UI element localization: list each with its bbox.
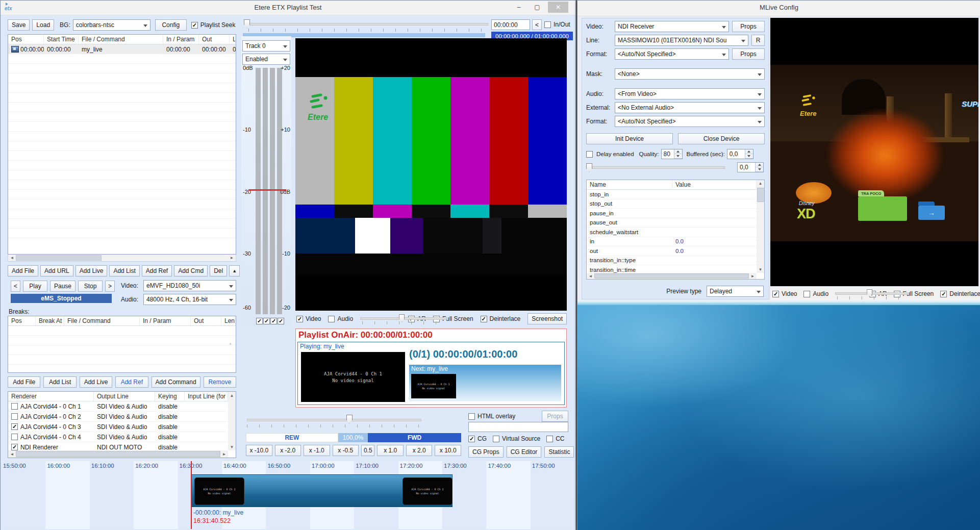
renderer-hscrollbar[interactable]: ◄ ► [8,450,228,458]
form-dropdown-5[interactable]: <No External Audio> [615,102,765,113]
speed-button-0.5[interactable]: x -0.5 [333,445,359,456]
grid-row[interactable]: stop_out [587,199,757,209]
html-props-button[interactable]: Props [542,411,568,422]
maximize-icon[interactable]: ▢ [530,2,545,13]
renderer-checkbox[interactable]: ✓ [11,444,18,450]
scroll-right-icon[interactable]: › [227,316,234,372]
timeline-clip-bar[interactable]: AJA Corvid44 - 0 Ch 1 No video signal AJ… [191,474,453,507]
grid-row[interactable]: stop_in [587,190,757,199]
renderer-row[interactable]: ✓AJA Corvid44 - 0 Ch 3SDI Video & Audiod… [8,422,228,432]
breaks-table[interactable]: PosBreak AtFile / CommandIn / ParamOutLe… [8,316,236,373]
seek-slider-thumb[interactable] [244,19,250,28]
video-preview[interactable]: Etere [295,38,567,311]
preview-video-checkbox[interactable]: ✓ [772,291,779,297]
audio-checkbox[interactable] [328,316,335,322]
renderer-checkbox[interactable]: ✓ [11,423,18,430]
renderer-row[interactable]: ✓NDI RendererNDI OUT MOTOdisable [8,442,228,450]
init-device-button[interactable]: Init Device [586,133,673,144]
enabled-dropdown[interactable]: Enabled [242,54,290,65]
video-checkbox[interactable]: ✓ [296,316,303,322]
breaks-button-add-ref[interactable]: Add Ref [115,376,148,388]
breaks-button-add-list[interactable]: Add List [43,376,76,388]
breaks-button-add-command[interactable]: Add Command [152,376,200,388]
playlist-cell-0[interactable]: 00:00:00 [8,44,44,54]
video-format-dropdown[interactable]: eMVF_HD1080_50i [143,280,236,291]
stop-button[interactable]: Stop [78,281,103,292]
scroll-down-icon[interactable]: ▼ [228,443,236,450]
form-dropdown-1[interactable]: MASSIMOW10 (01ETX0016N) NDI Sou [615,35,748,46]
scroll-left-icon[interactable]: ◄ [587,273,594,279]
speed-button-1.0[interactable]: x -1.0 [304,445,330,456]
close-device-button[interactable]: Close Device [678,133,765,144]
playlist-cell-2[interactable]: my_live [79,44,163,54]
deinterlace-checkbox[interactable]: ✓ [481,316,487,322]
form-dropdown-3[interactable]: <None> [615,68,765,80]
playlist-button-add-ref[interactable]: Add Ref [142,265,172,276]
delay-stepper[interactable]: 0,0 [737,162,764,172]
playlist-cell-3[interactable]: 00:00:00 [163,44,199,54]
channel-1-checkbox[interactable]: ✓ [256,318,263,324]
properties-grid[interactable]: NameValue stop_instop_outpause_inpause_o… [586,180,765,280]
delay-slider-track[interactable] [587,166,725,169]
speed-button-10.0[interactable]: x -10.0 [246,445,272,456]
load-button[interactable]: Load [32,19,54,31]
breaks-button-remove[interactable]: Remove [204,376,236,388]
row-up-button[interactable]: ▲ [229,265,240,276]
renderer-row[interactable]: AJA Corvid44 - 0 Ch 4SDI Video & Audiodi… [8,432,228,442]
next-button[interactable]: > [105,281,115,292]
track-dropdown[interactable]: Track 0 [242,40,290,52]
scroll-down-icon[interactable]: ▼ [757,266,764,273]
scroll-up-icon[interactable]: ▲ [228,392,236,399]
quality-stepper[interactable]: 80 [661,149,683,159]
cg-editor-button[interactable]: CG Editor [507,446,542,458]
scroll-thumb[interactable] [757,188,765,202]
playlist-cell-5[interactable]: 01:0 [230,44,236,54]
inout-checkbox[interactable] [544,21,551,28]
playlist-button-add-live[interactable]: Add Live [76,265,108,276]
renderer-checkbox[interactable] [11,434,18,440]
time-input[interactable] [491,19,530,30]
form-extra-button-1[interactable]: R [751,35,765,46]
playlist-table[interactable]: PosStart TimeFile / CommandIn / ParamOut… [8,34,236,255]
cg-text-input[interactable] [468,422,568,432]
playlist-row[interactable]: 00:00:0000:00:00my_live00:00:0000:00:000… [8,44,236,54]
form-extra-button-0[interactable]: Props [732,21,765,32]
scroll-thumb[interactable] [16,255,102,260]
playlist-cell-1[interactable]: 00:00:00 [44,44,79,54]
grid-row[interactable]: in0.0 [587,237,757,247]
preview-deinterlace-checkbox[interactable]: ✓ [940,291,947,297]
html-overlay-checkbox[interactable] [468,413,475,420]
grid-row[interactable]: schedule_waitstart [587,228,757,237]
screenshot-button[interactable]: Screenshot [527,313,567,324]
play-button[interactable]: Play [23,281,47,292]
playlist-button-add-file[interactable]: Add File [8,265,38,276]
rw-titlebar[interactable]: MLive Config [577,1,980,16]
grid-row[interactable]: pause_in [587,209,757,218]
scroll-right-icon[interactable]: ► [228,255,236,261]
cg-props-button[interactable]: CG Props [468,446,504,458]
delay-slider-thumb[interactable] [586,163,592,172]
form-dropdown-4[interactable]: <From Video> [615,88,765,99]
form-dropdown-0[interactable]: NDI Receiver [615,21,729,32]
scroll-right-icon[interactable]: ► [220,450,228,458]
playlist-seek-checkbox[interactable]: ✓ [191,22,198,29]
buffered-stepper[interactable]: 0,0 [727,149,753,159]
renderer-checkbox[interactable] [11,413,18,420]
form-dropdown-6[interactable]: <Auto/Not Specified> [615,116,765,127]
speed-button-2.0[interactable]: x -2.0 [275,445,301,456]
time-back-button[interactable]: < [532,19,542,30]
playlist-button-add-list[interactable]: Add List [109,265,139,276]
speed-button-1.0[interactable]: x 1.0 [377,445,404,456]
channel-2-checkbox[interactable]: ✓ [263,318,270,324]
renderer-checkbox[interactable] [11,403,18,410]
playlist-hscrollbar[interactable]: ◄ ► [8,255,236,262]
shuttle-slider-thumb[interactable] [346,415,353,423]
preview-type-dropdown[interactable]: Delayed [707,286,764,297]
form-dropdown-2[interactable]: <Auto/Not Specified> [615,48,729,60]
seek-slider-track[interactable] [248,23,488,26]
preview-audio-checkbox[interactable] [803,291,810,297]
scroll-up-icon[interactable]: ▲ [757,180,764,187]
scroll-right-icon[interactable]: ► [749,273,757,279]
close-icon[interactable]: ✕ [548,2,568,13]
playlist-button-add-cmd[interactable]: Add Cmd [174,265,208,276]
